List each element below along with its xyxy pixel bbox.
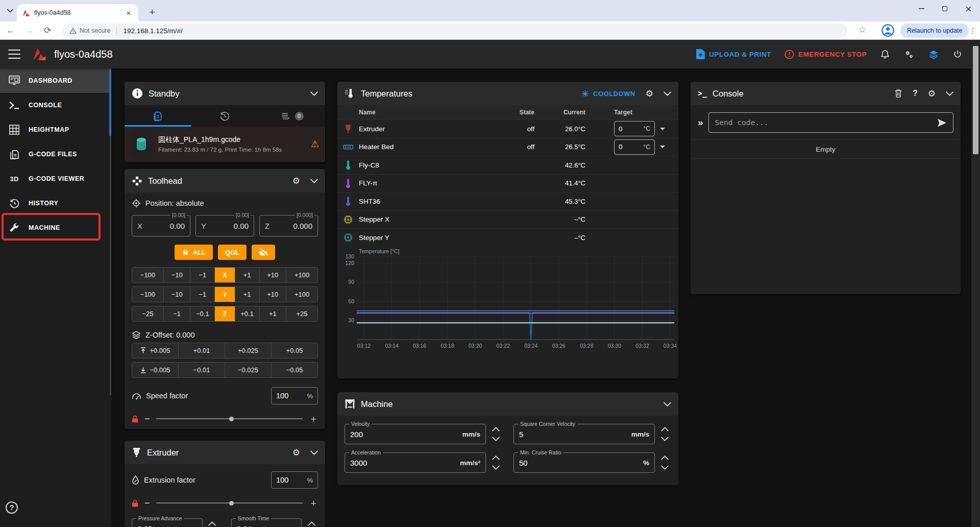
temp-row-extruder[interactable]: Extruderoff26.0°C0°C	[337, 119, 678, 138]
temp-row-fly-c8[interactable]: Fly-C842.6°C	[337, 156, 678, 174]
increase-speed-button[interactable]: ＋	[309, 413, 318, 425]
tab-close-icon[interactable]: ×	[124, 9, 133, 17]
upload-and-print-button[interactable]: UPLOAD & PRINT	[696, 49, 771, 59]
settings-gears-icon[interactable]	[903, 49, 915, 60]
decrease-extrusion-button[interactable]: −	[144, 498, 150, 509]
page-scrollbar-thumb[interactable]	[973, 46, 978, 154]
new-tab-button[interactable]: +	[145, 5, 159, 19]
increment-chevron-icon[interactable]	[661, 456, 669, 460]
jog-axis-x[interactable]: X	[214, 268, 234, 282]
tab-queue[interactable]: 0	[258, 105, 325, 127]
jog-button[interactable]: −1	[163, 306, 190, 321]
home-all-button[interactable]: ALL	[175, 245, 213, 260]
acceleration-input[interactable]: Acceleration3000mm/s²	[345, 452, 486, 473]
sidebar-item-heightmap[interactable]: HEIGHTMAP	[0, 117, 111, 142]
increment-chevron-icon[interactable]	[208, 521, 216, 526]
expand-console-button[interactable]: »	[698, 117, 703, 128]
sidebar-item-history[interactable]: HISTORY	[0, 191, 111, 215]
help-button[interactable]: ?	[6, 501, 18, 514]
slider-handle[interactable]	[229, 501, 234, 506]
browser-menu-icon[interactable]: ⋮	[968, 23, 977, 38]
jog-button[interactable]: +100	[286, 287, 317, 302]
z-offset-button[interactable]: −0.005	[132, 363, 178, 377]
help-icon[interactable]: ?	[913, 89, 918, 98]
qgl-button[interactable]: QGL	[218, 245, 247, 260]
jog-button[interactable]: −25	[132, 306, 163, 321]
back-icon[interactable]: ←	[3, 23, 18, 38]
emergency-stop-button[interactable]: EMERGENCY STOP	[785, 50, 867, 59]
browser-tab[interactable]: flyos-0a4d58 ×	[17, 4, 138, 21]
jog-button[interactable]: −0.1	[190, 306, 214, 321]
z-offset-button[interactable]: +0.025	[225, 343, 271, 358]
z-offset-button[interactable]: −0.05	[271, 363, 317, 377]
collapse-chevron-icon[interactable]	[310, 450, 318, 455]
jog-button[interactable]: +10	[259, 268, 286, 282]
target-dropdown-caret-icon[interactable]	[660, 146, 665, 148]
page-scrollbar[interactable]	[971, 40, 980, 527]
decrease-speed-button[interactable]: −	[144, 414, 150, 424]
axis-z-position-input[interactable]: Z0.000[0.000]	[259, 215, 318, 236]
forward-icon[interactable]: →	[21, 23, 37, 38]
jog-button[interactable]: −1	[190, 268, 214, 282]
increment-chevron-icon[interactable]	[492, 456, 500, 460]
console-settings-gear-icon[interactable]: ⚙	[928, 88, 936, 99]
target-temp-input[interactable]: 0°C	[614, 139, 655, 155]
bookmark-star-icon[interactable]: ☆	[859, 25, 866, 35]
profile-avatar-icon[interactable]	[881, 23, 895, 37]
reload-icon[interactable]: ⟳	[40, 23, 55, 38]
jog-button[interactable]: +0.1	[235, 306, 259, 321]
target-dropdown-caret-icon[interactable]	[660, 128, 665, 130]
min-cruise-ratio-input[interactable]: Min. Cruise Ratio50%	[513, 452, 655, 473]
slider-handle[interactable]	[229, 417, 234, 421]
increment-chevron-icon[interactable]	[661, 427, 669, 432]
jog-button[interactable]: −100	[132, 268, 163, 282]
sidebar-item-g-code-files[interactable]: G-CODE FILES	[0, 142, 111, 166]
jog-button[interactable]: −10	[163, 268, 190, 282]
smooth-time-input[interactable]: Smooth Time0.04s	[231, 518, 302, 527]
axis-x-position-input[interactable]: X0.00[0.00]	[132, 215, 190, 236]
jog-button[interactable]: +1	[235, 268, 259, 282]
temp-row-fly-[interactable]: FLY-π41.4°C	[337, 174, 678, 193]
layers-icon[interactable]	[928, 49, 939, 60]
console-input[interactable]: Send code...	[708, 112, 953, 133]
window-maximize-button[interactable]	[933, 0, 957, 17]
jog-button[interactable]: −1	[190, 287, 214, 302]
z-offset-button[interactable]: +0.05	[271, 343, 317, 358]
send-icon[interactable]	[937, 118, 947, 127]
jog-button[interactable]: +1	[259, 306, 286, 321]
temp-row-stepper-y[interactable]: Stepper Y–°C	[337, 228, 678, 247]
collapse-chevron-icon[interactable]	[664, 402, 671, 406]
extrusion-factor-input[interactable]: 100 %	[271, 471, 318, 489]
target-temp-input[interactable]: 0°C	[614, 121, 655, 136]
extrusion-factor-slider[interactable]	[156, 502, 303, 504]
temperatures-settings-gear-icon[interactable]: ⚙	[646, 88, 653, 99]
motors-off-button[interactable]	[252, 245, 275, 260]
decrement-chevron-icon[interactable]	[492, 437, 500, 441]
collapse-chevron-icon[interactable]	[664, 91, 671, 96]
increment-chevron-icon[interactable]	[308, 521, 315, 526]
pressure-advance-input[interactable]: Pressure Advance0.05s	[132, 518, 203, 527]
sidebar-item-console[interactable]: CONSOLE	[0, 93, 111, 117]
temp-row-stepper-x[interactable]: Stepper X–°C	[337, 210, 678, 229]
axis-y-position-input[interactable]: Y0.00[0.00]	[195, 215, 254, 236]
toolhead-settings-gear-icon[interactable]: ⚙	[292, 176, 300, 186]
tab-history[interactable]	[191, 105, 258, 127]
notifications-bell-icon[interactable]	[880, 49, 890, 60]
z-offset-button[interactable]: +0.005	[132, 343, 178, 358]
tab-files[interactable]	[125, 105, 191, 127]
extruder-settings-gear-icon[interactable]: ⚙	[292, 447, 300, 458]
sidebar-item-g-code-viewer[interactable]: 3DG-CODE VIEWER	[0, 166, 111, 191]
sidebar-item-machine[interactable]: MACHINE	[0, 215, 111, 240]
window-close-button[interactable]	[957, 0, 980, 17]
jog-button[interactable]: +1	[235, 287, 259, 302]
jog-button[interactable]: +100	[286, 268, 317, 282]
velocity-input[interactable]: Velocity200mm/s	[345, 424, 486, 444]
jog-button[interactable]: −10	[163, 287, 190, 302]
collapse-chevron-icon[interactable]	[946, 91, 953, 96]
increase-extrusion-button[interactable]: ＋	[309, 497, 318, 509]
trash-icon[interactable]	[894, 89, 902, 98]
url-text[interactable]: 192.168.1.125/m/#/	[123, 27, 182, 35]
jog-button[interactable]: +10	[259, 287, 286, 302]
temp-row-sht36[interactable]: SHT3645.3°C	[337, 192, 678, 210]
jog-button[interactable]: −100	[132, 287, 163, 302]
